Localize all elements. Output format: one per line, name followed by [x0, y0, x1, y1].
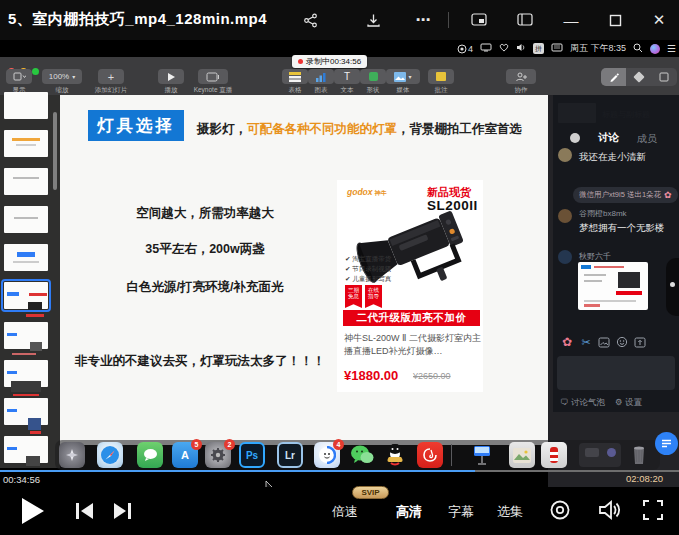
thumbnail-content [12, 138, 40, 141]
thumbnail-content [12, 353, 36, 355]
shared-image-content [584, 304, 600, 307]
slide-thumbnail[interactable] [4, 322, 48, 349]
slide-line-2: 35平左右，200w两盏 [100, 241, 310, 258]
dock-photoshop-icon[interactable]: Ps [239, 442, 265, 468]
comment-label: 批注 [428, 86, 454, 95]
share-screen-icon[interactable] [633, 335, 647, 349]
slide-thumbnail[interactable] [4, 168, 48, 195]
chat-settings-button[interactable]: ⚙ 设置 [615, 397, 642, 409]
dock-meeting-icon[interactable]: 4 [314, 442, 340, 468]
zoom-select[interactable]: 100%▾ [42, 69, 82, 84]
tab-discussion[interactable]: 讨论 [598, 131, 619, 145]
add-slide-button[interactable]: + [98, 69, 124, 84]
keyboard-icon[interactable] [551, 43, 563, 54]
dock-photos-icon[interactable] [509, 442, 535, 468]
close-icon[interactable]: ✕ [648, 10, 670, 30]
maximize-icon[interactable] [604, 10, 626, 30]
siri-icon[interactable] [650, 44, 660, 54]
record-circle-icon[interactable] [549, 499, 571, 525]
slide-footnote: 非专业的不建议去买，灯罩玩法太多了！！！ [70, 353, 330, 370]
slide-thumbnail-selected[interactable] [4, 282, 48, 309]
svip-badge: SVIP [352, 486, 389, 499]
thumbnail-content [28, 302, 42, 312]
slide-thumbnail[interactable] [4, 130, 48, 157]
insert-table-button[interactable] [282, 69, 308, 84]
slide-thumbnail[interactable] [4, 206, 48, 233]
thumbnail-content [13, 177, 39, 179]
scissors-icon[interactable]: ✂ [579, 335, 593, 349]
insert-text-button[interactable]: T [334, 69, 360, 84]
subtitle-button[interactable]: 字幕 [448, 503, 474, 521]
display-icon[interactable] [480, 43, 492, 54]
dock-launchpad-icon[interactable] [59, 442, 85, 468]
dock-app-icon[interactable] [541, 442, 567, 468]
screen-record-icon[interactable]: 4 [457, 44, 473, 54]
product-name: 神牛SL-200W Ⅱ 二代摄影灯室内主播直播LED补光灯摄像… [344, 332, 482, 358]
flower-icon[interactable]: ✿ [560, 335, 574, 349]
thumbnail-content [11, 381, 41, 392]
image-icon[interactable] [597, 335, 611, 349]
dock-qq-icon[interactable] [382, 442, 408, 468]
assistant-fab-button[interactable] [655, 432, 678, 455]
minimize-icon[interactable]: — [560, 10, 582, 30]
slide-thumbnail[interactable] [4, 92, 48, 119]
sticker-icon[interactable] [615, 335, 629, 349]
animate-inspector-button[interactable] [626, 68, 651, 86]
chat-input[interactable] [557, 356, 675, 390]
quality-button[interactable]: 高清 [396, 503, 422, 521]
insert-shape-button[interactable] [360, 69, 386, 84]
slide-thumbnail[interactable] [4, 244, 48, 271]
dock-settings-icon[interactable]: 2 [205, 442, 231, 468]
thumbnail-content [28, 418, 41, 430]
picture-in-picture-icon[interactable] [468, 10, 490, 30]
insert-chart-button[interactable] [308, 69, 334, 84]
zoom-window-dot[interactable] [32, 68, 39, 75]
menu-clock[interactable]: 周五 下午8:35 [570, 42, 626, 55]
navigator-scrollbar[interactable] [53, 112, 57, 190]
volume-menu-icon[interactable] [516, 43, 526, 54]
heart-icon[interactable] [499, 43, 509, 54]
discussion-bubble-toggle[interactable]: 🗨 讨论气泡 [560, 397, 605, 409]
floating-widget[interactable] [666, 258, 679, 316]
collaborate-button[interactable] [506, 69, 536, 84]
dock-widget[interactable] [579, 443, 621, 467]
comment-button[interactable] [428, 69, 454, 84]
slide-thumbnail[interactable] [4, 436, 48, 463]
download-icon[interactable] [362, 10, 384, 30]
dock-safari-icon[interactable] [97, 442, 123, 468]
slide-line-1: 空间越大，所需功率越大 [100, 205, 310, 222]
dock-wechat-icon[interactable] [349, 442, 375, 468]
control-center-icon[interactable]: ☰ [667, 43, 676, 54]
chat-shared-image[interactable] [578, 262, 648, 310]
format-inspector-button[interactable] [601, 68, 626, 86]
more-icon[interactable]: ⋯ [412, 10, 434, 30]
tab-members[interactable]: 成员 [637, 132, 657, 146]
dock-appstore-icon[interactable]: A 5 [172, 442, 198, 468]
next-button[interactable] [114, 503, 131, 519]
dock-trash-icon[interactable] [626, 442, 652, 468]
slide-thumbnail[interactable] [4, 360, 48, 387]
previous-button[interactable] [76, 503, 93, 519]
document-inspector-button[interactable] [652, 68, 677, 86]
speed-button[interactable]: 倍速 [332, 503, 358, 521]
share-icon[interactable] [299, 10, 321, 30]
fullscreen-icon[interactable] [642, 499, 664, 525]
dock-side-icon[interactable] [514, 10, 536, 30]
view-button[interactable] [6, 69, 32, 84]
dock-lightroom-icon[interactable]: Lr [277, 442, 303, 468]
seekbar-track[interactable] [475, 470, 679, 472]
dock-messages-icon[interactable] [137, 442, 163, 468]
play-slideshow-button[interactable] [158, 69, 184, 84]
episodes-button[interactable]: 选集 [497, 503, 523, 521]
dock-netease-music-icon[interactable] [417, 442, 443, 468]
volume-icon[interactable] [597, 499, 621, 525]
seekbar-played[interactable] [0, 470, 475, 472]
dock-keynote-icon[interactable] [469, 442, 495, 468]
insert-media-button[interactable]: ▾ [386, 69, 420, 84]
input-method-icon[interactable]: 拼 [533, 43, 544, 54]
slide-thumbnail[interactable] [4, 398, 48, 425]
thumbnail-content [7, 292, 19, 296]
keynote-live-button[interactable] [198, 69, 228, 84]
spotlight-icon[interactable] [633, 43, 643, 55]
play-button[interactable] [22, 498, 44, 524]
